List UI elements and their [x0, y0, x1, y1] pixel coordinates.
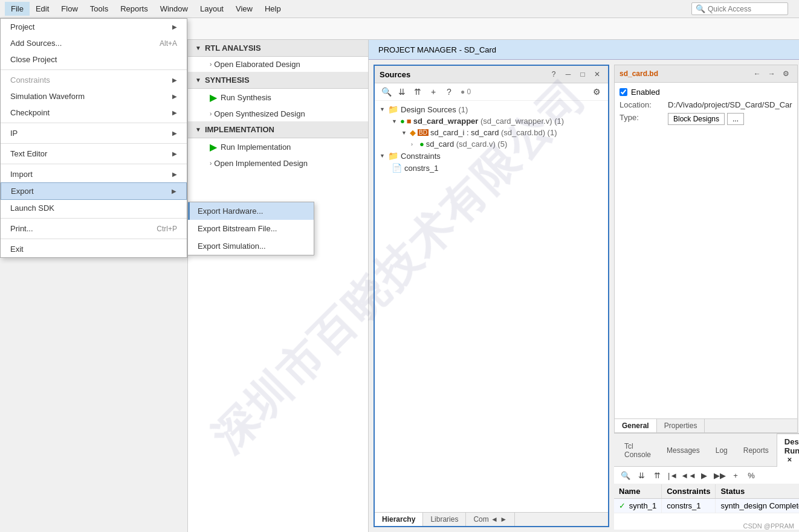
synthesis-section[interactable]: ▼ SYNTHESIS: [188, 72, 368, 89]
file-menu-constraints[interactable]: Constraints ▶: [1, 72, 187, 88]
bottom-next-btn[interactable]: ▶▶: [713, 469, 726, 482]
file-menu-launch-sdk[interactable]: Launch SDK: [1, 200, 187, 216]
menu-view[interactable]: View: [230, 2, 259, 16]
menu-edit[interactable]: Edit: [30, 2, 55, 16]
chevron-icon-implemented: ›: [210, 160, 212, 167]
file-menu-text-editor[interactable]: Text Editor ▶: [1, 146, 187, 162]
sidebar-item-run-synthesis[interactable]: ▶ Run Synthesis: [188, 89, 368, 106]
orange-block-icon: ■: [407, 117, 412, 126]
file-menu-exit[interactable]: Exit: [1, 241, 187, 257]
file-menu-export[interactable]: Export ▶: [1, 182, 187, 200]
tree-sd-card-wrapper[interactable]: ▼ ● ■ sd_card_wrapper (sd_card_wrapper.v…: [375, 115, 608, 127]
sources-close-btn[interactable]: ✕: [591, 68, 603, 80]
menu-window[interactable]: Window: [154, 2, 194, 16]
file-menu-project[interactable]: Project ▶: [1, 19, 187, 35]
tree-design-sources[interactable]: ▼ 📁 Design Sources (1): [375, 103, 608, 115]
bottom-first-btn[interactable]: |◄: [666, 469, 679, 482]
sources-info-btn[interactable]: ?: [442, 85, 456, 98]
export-bitstream-item[interactable]: Export Bitstream File...: [188, 220, 314, 237]
file-menu-checkpoint[interactable]: Checkpoint ▶: [1, 104, 187, 121]
sources-add-btn[interactable]: +: [427, 85, 440, 98]
tab-reports[interactable]: Reports: [736, 443, 777, 458]
menu-file[interactable]: File: [5, 2, 30, 16]
tab-hierarchy[interactable]: Hierarchy: [375, 513, 423, 526]
sidebar-item-open-synthesized[interactable]: › Open Synthesized Design: [188, 106, 368, 121]
table-row[interactable]: ✓ synth_1 constrs_1 synth_design Complet…: [614, 499, 799, 513]
arrow-icon: ▶: [172, 24, 177, 30]
sources-toolbar: 🔍 ⇊ ⇈ + ? ● 0 ⚙: [375, 83, 608, 101]
sources-search-btn[interactable]: 🔍: [380, 85, 393, 98]
tab-compile-order[interactable]: Com ◄ ►: [466, 513, 515, 526]
constrs-1-label: constrs_1: [404, 164, 438, 173]
main-layout: Project ▶ Add Sources... Alt+A Close Pro…: [0, 40, 799, 532]
bottom-collapse-btn[interactable]: ⇊: [635, 469, 648, 482]
bd-back-btn[interactable]: ←: [751, 68, 763, 80]
implementation-section[interactable]: ▼ IMPLEMENTATION: [188, 121, 368, 138]
bd-icon: BD: [418, 129, 429, 136]
sources-maximize-btn[interactable]: □: [577, 68, 589, 80]
menu-flow[interactable]: Flow: [55, 2, 83, 16]
tab-libraries[interactable]: Libraries: [423, 513, 466, 526]
bd-location-label: Location:: [619, 100, 668, 109]
bottom-search-btn[interactable]: 🔍: [619, 469, 632, 482]
file-menu-sim-waveform[interactable]: Simulation Waveform ▶: [1, 88, 187, 104]
bd-header: sd_card.bd ← → ⚙: [615, 65, 797, 83]
tree-sd-card-leaf[interactable]: › ● sd_card (sd_card.v) (5): [375, 138, 608, 150]
sources-collapse-all-btn[interactable]: ⇊: [395, 85, 409, 98]
sources-minimize-btn[interactable]: ─: [562, 68, 574, 80]
file-menu-ip[interactable]: IP ▶: [1, 125, 187, 141]
bd-tabs: General Properties: [615, 418, 797, 432]
bd-type-ellipsis-btn[interactable]: ...: [727, 113, 744, 125]
bottom-add-btn[interactable]: +: [729, 469, 742, 482]
bd-type-field: Type: Block Designs ...: [619, 113, 792, 125]
bottom-expand-btn[interactable]: ⇈: [650, 469, 664, 482]
sidebar-item-run-implementation[interactable]: ▶ Run Implementation: [188, 138, 368, 156]
sd-card-i-file: (sd_card.bd) (1): [501, 128, 557, 137]
file-menu-print[interactable]: Print... Ctrl+P: [1, 220, 187, 237]
tab-tcl-console[interactable]: Tcl Console: [616, 438, 659, 462]
bd-panel-title: sd_card.bd: [619, 69, 658, 78]
bottom-prev-btn[interactable]: ◄◄: [682, 469, 695, 482]
tab-properties[interactable]: Properties: [657, 419, 705, 432]
sources-settings-btn[interactable]: ⚙: [590, 85, 603, 98]
menu-reports[interactable]: Reports: [114, 2, 154, 16]
separator-1: [1, 69, 187, 70]
export-hardware-item[interactable]: Export Hardware...: [188, 202, 314, 220]
tab-design-runs[interactable]: Design Runs ✕: [777, 434, 799, 467]
tree-constraints[interactable]: ▼ 📁 Constraints: [375, 150, 608, 162]
search-icon: 🔍: [696, 4, 705, 13]
tree-constrs-1[interactable]: 📄 constrs_1: [375, 162, 608, 174]
design-runs-close[interactable]: ✕: [787, 457, 792, 463]
menu-help[interactable]: Help: [259, 2, 287, 16]
bd-settings-btn[interactable]: ⚙: [780, 68, 792, 80]
bottom-play-btn[interactable]: ▶: [697, 469, 711, 482]
sidebar-item-open-elaborated[interactable]: › Open Elaborated Design: [188, 57, 368, 72]
sources-expand-all-btn[interactable]: ⇈: [411, 85, 424, 98]
file-menu-add-sources[interactable]: Add Sources... Alt+A: [1, 35, 187, 51]
file-menu-import[interactable]: Import ▶: [1, 166, 187, 182]
menu-layout[interactable]: Layout: [194, 2, 230, 16]
bd-location-field: Location: D:/Vivado/project/SD_Card/SD_C…: [619, 100, 792, 109]
sources-help-btn[interactable]: ?: [548, 68, 560, 80]
separator-5: [1, 218, 187, 219]
export-simulation-item[interactable]: Export Simulation...: [188, 237, 314, 255]
tree-arrow-sd-i: ▼: [401, 130, 407, 136]
tree-sd-card-i[interactable]: ▼ ◆ BD sd_card_i : sd_card (sd_card.bd) …: [375, 127, 608, 138]
chevron-icon-synthesized: ›: [210, 111, 212, 117]
sidebar-item-open-implemented[interactable]: › Open Implemented Design: [188, 156, 368, 171]
bd-forward-btn[interactable]: →: [766, 68, 778, 80]
menu-tools[interactable]: Tools: [84, 2, 114, 16]
bd-type-value-btn[interactable]: Block Designs: [668, 113, 725, 125]
tab-general[interactable]: General: [615, 419, 657, 432]
rtl-analysis-section[interactable]: ▼ RTL ANALYSIS: [188, 40, 368, 57]
file-menu-close-project[interactable]: Close Project: [1, 51, 187, 68]
wrapper-name: sd_card_wrapper: [413, 117, 479, 126]
quick-access-input[interactable]: [708, 5, 784, 13]
enabled-checkbox-input[interactable]: [619, 88, 627, 96]
bottom-percent-btn[interactable]: %: [745, 469, 758, 482]
separator-6: [1, 239, 187, 239]
tab-messages[interactable]: Messages: [659, 443, 708, 458]
bd-enabled-checkbox[interactable]: Enabled: [619, 88, 792, 97]
tab-log[interactable]: Log: [708, 443, 736, 458]
separator-2: [1, 123, 187, 123]
